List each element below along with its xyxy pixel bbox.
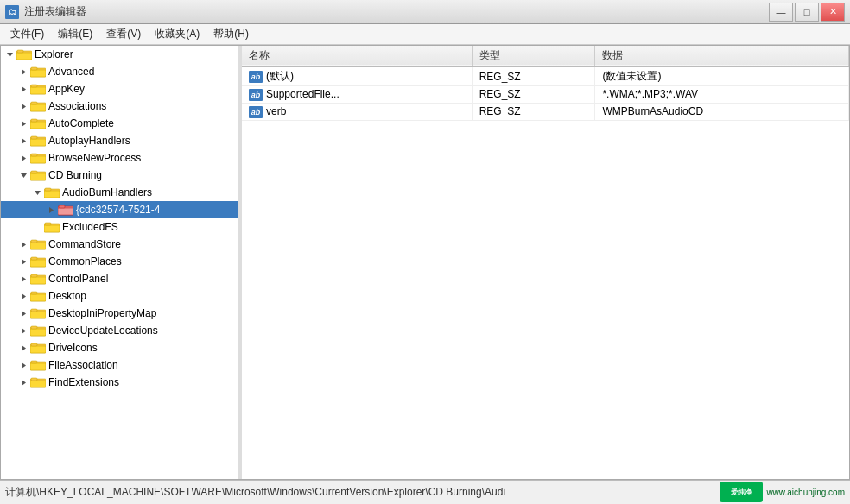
tree-item-fileassociation[interactable]: FileAssociation xyxy=(1,356,238,374)
svg-marker-59 xyxy=(22,311,26,317)
tree-label-commandstore: CommandStore xyxy=(48,238,121,250)
tree-label-appkey: AppKey xyxy=(48,83,85,95)
svg-marker-71 xyxy=(22,362,26,369)
tree-item-appkey[interactable]: AppKey xyxy=(1,80,238,98)
folder-icon-deviceupdatelocations xyxy=(30,324,46,337)
tree-item-commandstore[interactable]: CommandStore xyxy=(1,236,238,253)
tree-expander-advanced[interactable] xyxy=(16,65,30,79)
tree-item-cdburning[interactable]: CD Burning xyxy=(1,167,238,184)
svg-rect-30 xyxy=(30,173,46,180)
close-button[interactable]: ✕ xyxy=(821,3,845,22)
main-area: Explorer Advanced AppKey Associations Au… xyxy=(0,45,850,480)
menu-item-f[interactable]: 文件(F) xyxy=(3,25,51,43)
tree-item-findextensions[interactable]: FindExtensions xyxy=(1,374,238,391)
table-row[interactable]: abSupportedFile...REG_SZ*.WMA;*.MP3;*.WA… xyxy=(242,86,849,104)
tree-item-desktopinipropertymap[interactable]: DesktopIniPropertyMap xyxy=(1,305,238,322)
registry-tree[interactable]: Explorer Advanced AppKey Associations Au… xyxy=(1,46,238,479)
svg-rect-41 xyxy=(44,225,60,232)
folder-icon-findextensions xyxy=(30,376,46,388)
table-row[interactable]: abverbREG_SZWMPBurnAsAudioCD xyxy=(242,103,849,120)
menu-item-a[interactable]: 收藏夹(A) xyxy=(148,25,206,43)
svg-marker-0 xyxy=(7,53,13,57)
svg-rect-26 xyxy=(30,156,46,163)
tree-expander-autocomplete[interactable] xyxy=(16,117,30,130)
tree-expander-commandstore[interactable] xyxy=(16,237,30,251)
table-row[interactable]: ab(默认)REG_SZ(数值未设置) xyxy=(242,66,849,86)
tree-expander-appkey[interactable] xyxy=(16,82,30,96)
svg-rect-31 xyxy=(31,171,37,173)
tree-item-desktop[interactable]: Desktop xyxy=(1,287,238,305)
tree-expander-audioburnhandlers[interactable] xyxy=(30,186,44,199)
tree-expander-desktop[interactable] xyxy=(16,289,30,303)
tree-label-excludedfs: ExcludedFS xyxy=(62,221,118,233)
svg-rect-54 xyxy=(31,274,37,277)
tree-item-autoplayhandlers[interactable]: AutoplayHandlers xyxy=(1,132,238,149)
tree-item-browsenewprocess[interactable]: BrowseNewProcess xyxy=(1,149,238,167)
folder-icon-audioburnhandlers xyxy=(44,186,60,198)
svg-marker-24 xyxy=(22,155,26,161)
column-data[interactable]: 数据 xyxy=(595,46,849,66)
tree-expander-findextensions[interactable] xyxy=(16,375,30,389)
svg-marker-20 xyxy=(22,138,26,144)
folder-icon-excludedfs xyxy=(44,221,60,233)
folder-icon-driveicons xyxy=(30,342,46,354)
menu-item-h[interactable]: 帮助(H) xyxy=(206,25,256,43)
tree-expander-cdc32574[interactable] xyxy=(44,203,58,217)
tree-item-associations[interactable]: Associations xyxy=(1,98,238,115)
tree-item-autocomplete[interactable]: AutoComplete xyxy=(1,115,238,132)
folder-icon-desktopinipropertymap xyxy=(30,307,46,319)
tree-expander-browsenewprocess[interactable] xyxy=(16,151,30,165)
tree-label-fileassociation: FileAssociation xyxy=(48,359,118,371)
menu-item-v[interactable]: 查看(V) xyxy=(99,25,148,43)
svg-rect-57 xyxy=(30,294,46,301)
tree-item-driveicons[interactable]: DriveIcons xyxy=(1,339,238,356)
tree-expander-commonplaces[interactable] xyxy=(16,255,30,268)
tree-expander-driveicons[interactable] xyxy=(16,341,30,355)
svg-marker-51 xyxy=(22,276,26,282)
svg-marker-16 xyxy=(22,121,26,127)
tree-expander-controlpanel[interactable] xyxy=(16,272,30,286)
svg-marker-28 xyxy=(21,173,27,178)
tree-item-excludedfs[interactable]: ExcludedFS xyxy=(1,218,238,236)
tree-label-commonplaces: CommonPlaces xyxy=(48,255,122,268)
tree-label-cdburning: CD Burning xyxy=(48,169,102,181)
svg-rect-46 xyxy=(31,240,37,243)
maximize-button[interactable]: □ xyxy=(795,3,819,22)
tree-item-deviceupdatelocations[interactable]: DeviceUpdateLocations xyxy=(1,322,238,339)
menu-item-e[interactable]: 编辑(E) xyxy=(51,25,99,43)
tree-item-explorer[interactable]: Explorer xyxy=(1,46,238,63)
svg-marker-67 xyxy=(22,345,26,351)
tree-item-cdc32574[interactable]: {cdc32574-7521-4 xyxy=(1,201,238,218)
values-table: 名称 类型 数据 ab(默认)REG_SZ(数值未设置)abSupportedF… xyxy=(242,46,849,121)
tree-expander-explorer[interactable] xyxy=(3,47,16,61)
folder-icon-autoplayhandlers xyxy=(30,135,46,147)
status-text: 计算机\HKEY_LOCAL_MACHINE\SOFTWARE\Microsof… xyxy=(5,485,845,500)
svg-rect-27 xyxy=(31,154,37,156)
tree-expander-desktopinipropertymap[interactable] xyxy=(16,306,30,320)
column-type[interactable]: 类型 xyxy=(472,46,595,66)
tree-expander-autoplayhandlers[interactable] xyxy=(16,134,30,148)
folder-icon-associations xyxy=(30,100,46,112)
tree-item-advanced[interactable]: Advanced xyxy=(1,63,238,80)
tree-item-audioburnhandlers[interactable]: AudioBurnHandlers xyxy=(1,184,238,201)
svg-rect-58 xyxy=(31,292,37,294)
folder-icon-fileassociation xyxy=(30,359,46,371)
folder-icon-cdburning xyxy=(30,169,46,181)
tree-item-controlpanel[interactable]: ControlPanel xyxy=(1,270,238,287)
value-name: ab(默认) xyxy=(242,66,472,86)
value-name: abSupportedFile... xyxy=(242,86,472,104)
value-type: REG_SZ xyxy=(472,103,595,120)
tree-expander-fileassociation[interactable] xyxy=(16,358,30,372)
tree-expander-cdburning[interactable] xyxy=(16,168,30,182)
value-data: (数值未设置) xyxy=(595,66,849,86)
tree-expander-associations[interactable] xyxy=(16,99,30,113)
svg-marker-12 xyxy=(22,104,26,110)
tree-item-commonplaces[interactable]: CommonPlaces xyxy=(1,253,238,270)
svg-rect-22 xyxy=(30,139,46,146)
tree-expander-deviceupdatelocations[interactable] xyxy=(16,324,30,337)
svg-rect-70 xyxy=(31,343,37,346)
column-name[interactable]: 名称 xyxy=(242,46,472,66)
svg-rect-34 xyxy=(44,191,60,198)
svg-rect-38 xyxy=(58,208,73,215)
minimize-button[interactable]: — xyxy=(769,3,793,22)
